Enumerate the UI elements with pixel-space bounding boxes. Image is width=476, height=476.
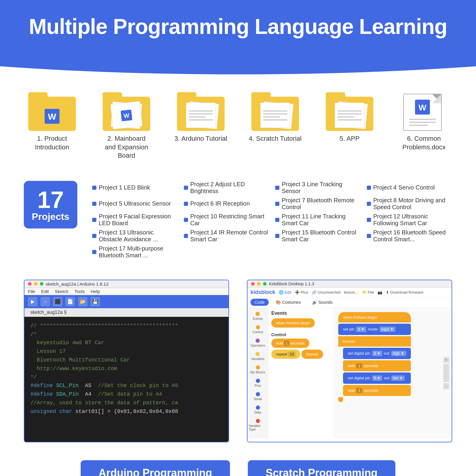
folder-item[interactable]: 4. Scratch Tutorial [247, 92, 303, 160]
toolbar-open[interactable]: 📂 [78, 297, 87, 306]
kb-block-when-arduino[interactable]: when Arduino begin [271, 318, 315, 328]
folder-label-3: 3. Arduino Tutorial [174, 134, 227, 143]
win-dot-red-kb [251, 282, 255, 286]
project-item: Project 16 Bluetooth Speed Control Smart… [367, 229, 452, 243]
folder-item[interactable]: W 1. Product Introduction [24, 92, 80, 160]
projects-section: 17 Projects Project 1 LED BlinkProject 2… [0, 172, 476, 268]
toolbar-save[interactable]: 💾 [90, 297, 100, 306]
project-label: Project 13 Ultrasonic Obstacle Avoidance… [99, 229, 178, 243]
canvas-scroll-up[interactable]: + [443, 357, 449, 363]
code-line: //Array, used to store the data of patte… [30, 399, 223, 407]
project-label: Project 4 Servo Control [373, 184, 435, 191]
kb-canvas[interactable]: when Arduino begin set pin 9 ▼ mode inpu… [334, 308, 452, 439]
kb-tabs: Code 🎨 Costumes 🔊 Sounds [248, 297, 452, 308]
toolbar-verify[interactable]: ▶ [28, 297, 37, 306]
kb-block-forever[interactable]: forever [301, 350, 323, 359]
code-line: // *************************************… [30, 322, 223, 330]
folder-label-1: 1. Product Introduction [24, 134, 80, 151]
kb-nav-edit[interactable]: 🌐 Edit [279, 290, 291, 295]
project-item: Project 13 Ultrasonic Obstacle Avoidance… [92, 229, 178, 243]
arduino-tab[interactable]: sketch_aug12a § [24, 308, 228, 317]
project-item: Project 15 Bluetooth Control Smart Car [275, 229, 361, 243]
project-dot [367, 202, 371, 206]
project-item: Project 10 Restricting Smart Car [184, 213, 270, 227]
kb-nav-camera[interactable]: 📷 [378, 290, 382, 295]
win-dot-green [40, 282, 43, 286]
kb-sidebar-variables[interactable]: Variables [250, 350, 266, 362]
kb-nav-download[interactable]: ⬇ Download firmware [386, 290, 423, 295]
win-dot-yellow [34, 282, 37, 286]
arduino-window: sketch_aug12a | Arduino 1.8.12 File Edit… [24, 280, 229, 442]
arduino-programming-label: Arduino Programming [81, 460, 230, 476]
project-dot [92, 250, 96, 254]
code-line: Bluetooth Multifunctional Car [30, 356, 223, 364]
menu-edit[interactable]: Edit [41, 289, 49, 294]
folder-item[interactable]: W 6. Common Problems.docx [396, 92, 452, 160]
scratch-block-wait2: wait 1 seconds [343, 385, 411, 396]
project-dot [184, 202, 188, 206]
kb-sidebar-myblocks[interactable]: My Blocks [249, 364, 266, 376]
canvas-scrollbar[interactable] [443, 364, 449, 382]
kb-nav-unconnected[interactable]: 🔗 Unconnected [312, 290, 340, 295]
menu-help[interactable]: Help [91, 289, 100, 294]
kb-sidebar-operators[interactable]: Operators [249, 337, 266, 349]
folder-item[interactable]: 5. APP [321, 92, 378, 160]
project-dot [92, 202, 96, 206]
kb-sidebar-data[interactable]: Data [253, 404, 262, 416]
kb-blocks-panel: Events when Arduino begin Control wait 1… [268, 308, 334, 439]
folder-item[interactable]: 3. Arduino Tutorial [173, 92, 229, 160]
project-label: Project 11 Line Tracking Smart Car [282, 213, 361, 227]
kb-tab-sounds[interactable]: 🔊 Sounds [308, 299, 336, 306]
menu-sketch[interactable]: Sketch [55, 289, 68, 294]
project-item: Project 1 LED Blink [92, 181, 178, 195]
kb-tab-costumes[interactable]: 🎨 Costumes [272, 299, 305, 306]
kb-sidebar-vartype[interactable]: Variable Type [248, 417, 268, 433]
project-label: Project 14 IR Remote Control Smart Car [190, 229, 270, 243]
folder-icon-3 [177, 92, 225, 131]
folder-label-6: 6. Common Problems.docx [396, 134, 452, 151]
project-dot [184, 218, 188, 222]
toolbar-debug[interactable]: ⬛ [53, 297, 62, 306]
kb-nav-lesson[interactable]: lesson... [344, 290, 358, 295]
win-dot-red [28, 282, 32, 286]
project-dot [184, 186, 188, 190]
project-dot [367, 234, 371, 238]
labels-section: Arduino Programming Scratch Programming [0, 451, 476, 476]
svg-text:W: W [48, 112, 57, 121]
svg-text:W: W [123, 112, 129, 119]
kb-block-repeat[interactable]: repeat 10 [271, 350, 300, 359]
code-line: Lesson 17 [30, 347, 223, 356]
project-item: Project 9 Facial Expression LED Board [92, 213, 178, 227]
toolbar-upload[interactable]: → [40, 297, 50, 306]
kb-sidebar-pins[interactable]: Pins [253, 377, 262, 389]
kb-sidebar-serial[interactable]: Serial [252, 390, 263, 403]
project-label: Project 10 Restricting Smart Car [190, 213, 270, 227]
projects-grid: Project 1 LED BlinkProject 2 Adjust LED … [92, 181, 452, 259]
folder-label-4: 4. Scratch Tutorial [249, 134, 301, 143]
project-dot [275, 218, 279, 222]
code-line: */ [30, 373, 223, 382]
header-section: Multiple Programming Language Learning [0, 0, 476, 74]
menu-tools[interactable]: Tools [74, 289, 85, 294]
toolbar-new[interactable]: 📄 [65, 297, 75, 306]
code-section: sketch_aug12a | Arduino 1.8.12 File Edit… [0, 268, 476, 451]
kb-nav-file[interactable]: 📁 File [362, 290, 374, 295]
kb-sidebar-events[interactable]: Events [252, 310, 264, 322]
menu-file[interactable]: File [28, 289, 35, 294]
svg-text:W: W [419, 103, 427, 112]
folder-item[interactable]: W 2. Mainboard and Expansion Board [98, 92, 155, 160]
code-line: #define SDA_Pin A4 //Set data pin to A4 [30, 390, 223, 399]
project-dot [367, 186, 371, 190]
canvas-scroll-down[interactable]: - [443, 383, 449, 389]
scratch-block-wait1: wait 1 seconds [343, 360, 411, 371]
scratch-block-setdigital-low: set digital pin 9 ▼ out low ▼ [343, 372, 411, 384]
kb-sidebar-control[interactable]: Control [251, 323, 264, 336]
kb-titlebar: KidsBlock Desktop 1.1.3 [248, 280, 452, 288]
kb-tab-code[interactable]: Code [250, 299, 269, 306]
project-dot [275, 186, 279, 190]
code-line: http://www.keyestudio.com [30, 364, 223, 373]
project-label: Project 6 IR Reception [190, 200, 250, 207]
kb-nav-plus[interactable]: ➕ Plus [295, 290, 308, 295]
kb-block-wait[interactable]: wait 1 seconds [271, 339, 309, 348]
project-item: Project 8 Motor Driving and Speed Contro… [367, 197, 452, 211]
